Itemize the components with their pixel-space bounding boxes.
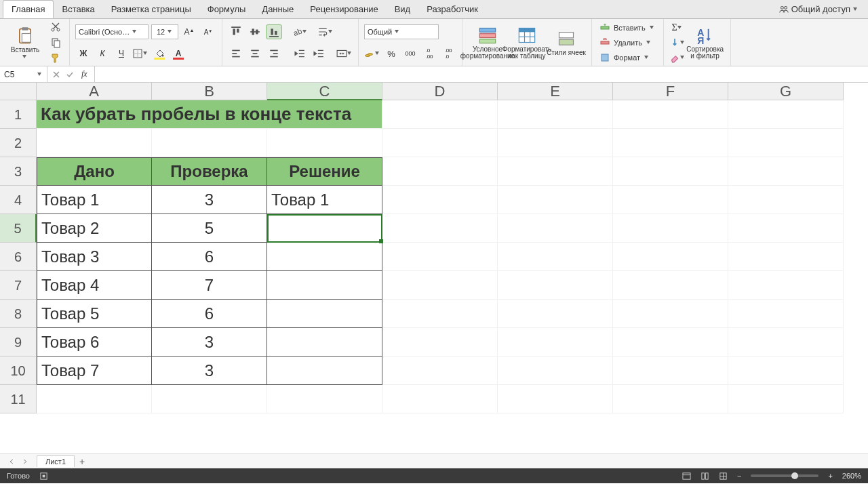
cell-B10[interactable]: 3 bbox=[152, 357, 267, 385]
align-bottom-button[interactable] bbox=[266, 24, 282, 39]
fill-color-button[interactable] bbox=[151, 46, 167, 61]
row-header-7[interactable]: 7 bbox=[0, 271, 37, 300]
currency-button[interactable] bbox=[364, 46, 380, 61]
italic-button[interactable]: К bbox=[94, 46, 111, 61]
delete-cells-button[interactable]: Удалить bbox=[597, 36, 658, 49]
cell-A5[interactable]: Товар 2 bbox=[37, 214, 152, 243]
row-header-2[interactable]: 2 bbox=[0, 129, 37, 157]
font-color-button[interactable]: A bbox=[170, 46, 186, 61]
conditional-format-button[interactable]: Условное форматирование bbox=[468, 21, 507, 64]
cell-B6[interactable]: 6 bbox=[152, 243, 267, 271]
copy-button[interactable] bbox=[47, 35, 64, 50]
normal-view-icon[interactable] bbox=[682, 472, 691, 481]
row-header-6[interactable]: 6 bbox=[0, 243, 37, 271]
cell-E5[interactable] bbox=[498, 214, 613, 243]
row-header-11[interactable]: 11 bbox=[0, 385, 37, 413]
cell-G2[interactable] bbox=[728, 129, 844, 157]
increase-indent-button[interactable] bbox=[311, 46, 327, 61]
bold-button[interactable]: Ж bbox=[75, 46, 92, 61]
paste-button[interactable]: Вставить bbox=[5, 21, 45, 64]
share-button[interactable]: Общий доступ bbox=[772, 0, 865, 18]
col-header-D[interactable]: D bbox=[382, 83, 498, 100]
fx-icon[interactable]: fx bbox=[79, 69, 90, 79]
macro-icon[interactable] bbox=[39, 472, 48, 481]
col-header-C[interactable]: C bbox=[267, 83, 382, 100]
cell-A3[interactable]: Дано bbox=[37, 157, 152, 186]
select-all-corner[interactable] bbox=[0, 83, 37, 100]
row-header-10[interactable]: 10 bbox=[0, 357, 37, 385]
cell-G7[interactable] bbox=[728, 271, 844, 300]
cell-F1[interactable] bbox=[613, 100, 728, 129]
cell-G6[interactable] bbox=[728, 243, 844, 271]
cell-A7[interactable]: Товар 4 bbox=[37, 271, 152, 300]
cell-E10[interactable] bbox=[498, 357, 613, 385]
format-painter-button[interactable] bbox=[47, 51, 64, 66]
cell-D4[interactable] bbox=[382, 186, 498, 214]
merge-button[interactable] bbox=[336, 46, 353, 61]
cell-G3[interactable] bbox=[728, 157, 844, 186]
cancel-icon[interactable] bbox=[52, 70, 61, 79]
cell-B11[interactable] bbox=[152, 385, 267, 413]
align-middle-button[interactable] bbox=[247, 24, 263, 39]
cell-C9[interactable] bbox=[267, 328, 382, 357]
cell-C4[interactable]: Товар 1 bbox=[267, 186, 382, 214]
tab-page-layout[interactable]: Разметка страницы bbox=[103, 0, 199, 18]
name-box[interactable]: C5 bbox=[0, 66, 47, 82]
cell-A10[interactable]: Товар 7 bbox=[37, 357, 152, 385]
cell-C3[interactable]: Решение bbox=[267, 157, 382, 186]
cell-D9[interactable] bbox=[382, 328, 498, 357]
tab-insert[interactable]: Вставка bbox=[54, 0, 102, 18]
cell-D8[interactable] bbox=[382, 300, 498, 328]
page-break-icon[interactable] bbox=[719, 472, 728, 481]
cell-F10[interactable] bbox=[613, 357, 728, 385]
add-sheet-button[interactable]: + bbox=[75, 456, 90, 467]
check-icon[interactable] bbox=[65, 70, 75, 79]
col-header-A[interactable]: A bbox=[37, 83, 152, 100]
tab-review[interactable]: Рецензирование bbox=[302, 0, 386, 18]
cell-C6[interactable] bbox=[267, 243, 382, 271]
decrease-indent-button[interactable] bbox=[292, 46, 308, 61]
row-header-9[interactable]: 9 bbox=[0, 328, 37, 357]
col-header-E[interactable]: E bbox=[498, 83, 613, 100]
increase-font-button[interactable]: A▲ bbox=[181, 24, 197, 39]
cell-D7[interactable] bbox=[382, 271, 498, 300]
align-top-button[interactable] bbox=[228, 24, 244, 39]
cell-D3[interactable] bbox=[382, 157, 498, 186]
row-header-4[interactable]: 4 bbox=[0, 186, 37, 214]
tab-data[interactable]: Данные bbox=[254, 0, 302, 18]
cell-E11[interactable] bbox=[498, 385, 613, 413]
number-format-select[interactable]: Общий bbox=[364, 24, 439, 39]
zoom-out-button[interactable]: − bbox=[737, 472, 741, 480]
cell-B8[interactable]: 6 bbox=[152, 300, 267, 328]
cell-G11[interactable] bbox=[728, 385, 844, 413]
font-size-select[interactable]: 12 bbox=[151, 24, 178, 39]
cell-G4[interactable] bbox=[728, 186, 844, 214]
borders-button[interactable] bbox=[132, 46, 149, 61]
row-header-3[interactable]: 3 bbox=[0, 157, 37, 186]
page-layout-icon[interactable] bbox=[701, 472, 709, 481]
col-header-F[interactable]: F bbox=[613, 83, 728, 100]
cell-A2[interactable] bbox=[37, 129, 152, 157]
cell-C11[interactable] bbox=[267, 385, 382, 413]
cell-E4[interactable] bbox=[498, 186, 613, 214]
row-header-8[interactable]: 8 bbox=[0, 300, 37, 328]
font-family-select[interactable]: Calibri (Осно… bbox=[75, 24, 149, 39]
wrap-text-button[interactable] bbox=[317, 24, 334, 39]
sheet-nav-prev[interactable] bbox=[5, 457, 18, 466]
cell-E7[interactable] bbox=[498, 271, 613, 300]
cell-F5[interactable] bbox=[613, 214, 728, 243]
cell-F3[interactable] bbox=[613, 157, 728, 186]
cell-styles-button[interactable]: Стили ячеек bbox=[547, 21, 586, 64]
cell-A11[interactable] bbox=[37, 385, 152, 413]
cell-A4[interactable]: Товар 1 bbox=[37, 186, 152, 214]
cell-D10[interactable] bbox=[382, 357, 498, 385]
cell-A1[interactable]: Как убрать пробелы в конце текста bbox=[37, 100, 382, 129]
sheet-tab-1[interactable]: Лист1 bbox=[37, 455, 75, 467]
cell-D6[interactable] bbox=[382, 243, 498, 271]
cell-F7[interactable] bbox=[613, 271, 728, 300]
cut-button[interactable] bbox=[47, 20, 64, 35]
percent-button[interactable]: % bbox=[383, 46, 399, 61]
worksheet[interactable]: A B C D E F G 1 Как убрать пробелы в кон… bbox=[0, 83, 868, 453]
cell-C8[interactable] bbox=[267, 300, 382, 328]
cell-E2[interactable] bbox=[498, 129, 613, 157]
